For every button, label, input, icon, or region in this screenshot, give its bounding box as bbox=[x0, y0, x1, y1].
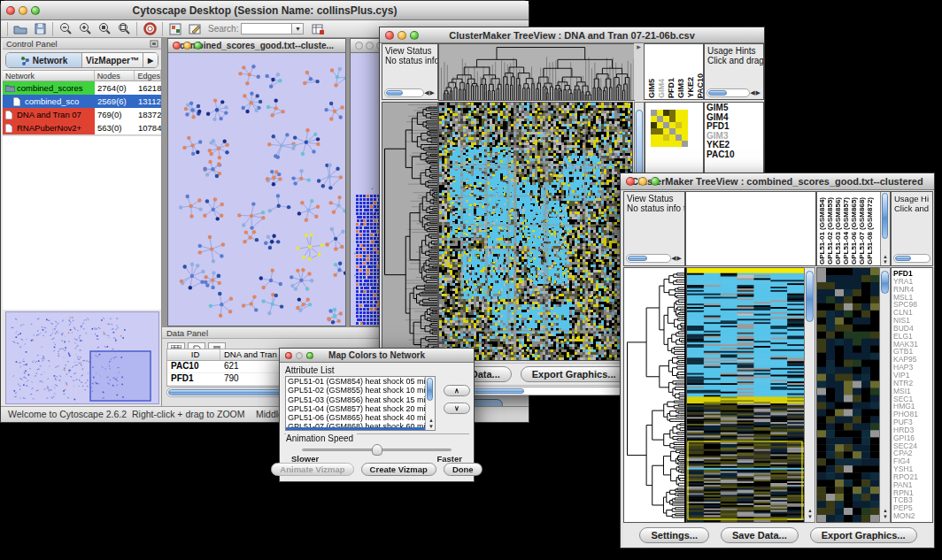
attribute-list-item[interactable]: GPL51-03 (GSM856) heat shock 15 min bbox=[286, 395, 435, 404]
move-down-button[interactable]: ∨ bbox=[444, 403, 470, 414]
dna-heatmap-canvas[interactable] bbox=[438, 102, 633, 361]
open-file-icon[interactable] bbox=[11, 21, 30, 36]
search-label: Search: bbox=[208, 24, 238, 34]
scroll-arrows-icon[interactable]: ◀▶ bbox=[424, 89, 436, 96]
birdseye-view-canvas[interactable] bbox=[5, 311, 159, 404]
view-status-hscrollbar[interactable]: ◀▶ bbox=[626, 253, 683, 263]
close-icon[interactable] bbox=[285, 352, 292, 359]
file-icon bbox=[13, 97, 23, 105]
network-frame-titlebar[interactable]: combined_scores_good.txt--cluste... bbox=[168, 39, 345, 53]
combined-column-dendrogram-area[interactable] bbox=[685, 191, 816, 266]
file-icon bbox=[5, 111, 15, 119]
scroll-arrows-icon[interactable]: ◀▶ bbox=[750, 89, 761, 96]
attribute-list-item[interactable]: GPL51-01 (GSM854) heat shock 05 min bbox=[286, 377, 435, 386]
column-labels-vscrollbar[interactable]: ▲▼ bbox=[880, 192, 890, 265]
column-label: GIM5 bbox=[647, 79, 656, 98]
zoom-out-icon[interactable] bbox=[56, 21, 75, 36]
column-header-id[interactable]: ID bbox=[167, 349, 220, 360]
dna-titlebar[interactable]: ClusterMaker TreeView : DNA and Tran 07-… bbox=[380, 27, 764, 43]
dialog-titlebar[interactable]: Map Colors to Network bbox=[280, 349, 474, 363]
attribute-list[interactable]: GPL51-01 (GSM854) heat shock 05 minGPL51… bbox=[285, 376, 436, 431]
network-view-frame: combined_scores_good.txt--cluste... bbox=[167, 38, 346, 326]
close-icon[interactable] bbox=[385, 31, 394, 40]
zoom-fit-icon[interactable] bbox=[114, 21, 134, 36]
scroll-arrows-icon[interactable]: ▲▼ bbox=[883, 508, 888, 520]
zoom-in-icon[interactable] bbox=[75, 21, 95, 36]
minimize-icon[interactable] bbox=[398, 31, 406, 40]
help-lifering-icon[interactable] bbox=[140, 21, 159, 36]
main-window-title: Cytoscape Desktop (Session Name: collins… bbox=[1, 4, 529, 17]
dna-row-dendrogram-canvas[interactable] bbox=[382, 102, 438, 361]
gene-labels-panel[interactable]: PFD1YRA1RNR4MSL1SPC98CLN1NIS1BUD4ELG1MAK… bbox=[891, 267, 933, 523]
column-label: GPL51-04 (GSM857) bbox=[842, 197, 850, 265]
close-icon[interactable] bbox=[173, 42, 181, 50]
annotation-icon[interactable] bbox=[185, 21, 205, 36]
scroll-arrows-icon[interactable]: ▲▼ bbox=[807, 508, 813, 520]
export-graphics-button[interactable]: Export Graphics... bbox=[521, 366, 628, 382]
tab-vizmapper[interactable]: VizMapper™ bbox=[82, 53, 143, 67]
scroll-down-icon[interactable]: ▼ bbox=[429, 424, 434, 429]
animation-speed-slider[interactable] bbox=[302, 449, 452, 451]
tab-overflow-arrow[interactable]: ▶ bbox=[143, 53, 158, 67]
minimize-icon[interactable] bbox=[183, 42, 191, 50]
view-status-hscrollbar[interactable]: ◀▶ bbox=[384, 88, 436, 97]
dna-column-labels-panel[interactable]: GIM5GIM4PFD1GIM3YKE2PAC10 bbox=[644, 43, 704, 100]
attribute-list-item[interactable]: GPL51-06 (GSM865) heat shock 40 min bbox=[286, 413, 435, 422]
window-controls[interactable] bbox=[6, 6, 40, 15]
gene-list-vscrollbar[interactable]: ▲▼ bbox=[879, 267, 891, 523]
zoom-window-icon[interactable] bbox=[306, 352, 313, 359]
scroll-up-icon[interactable]: ▲ bbox=[429, 418, 434, 423]
minimize-icon[interactable] bbox=[366, 42, 374, 50]
network-table-row[interactable]: DNA and Tran 07769(0)183728(0) bbox=[3, 108, 161, 121]
animate-vizmap-button[interactable]: Animate Vizmap bbox=[271, 463, 353, 476]
dna-column-dendrogram-canvas[interactable] bbox=[438, 43, 635, 101]
minimize-icon[interactable] bbox=[19, 6, 27, 15]
combined-global-heatmap-canvas[interactable] bbox=[816, 267, 880, 523]
column-label: GPL51-08 (GSM872) bbox=[866, 197, 874, 265]
zoom-window-icon[interactable] bbox=[410, 31, 419, 40]
network-table-row[interactable]: combined_sco2569(6)13112(15) bbox=[3, 95, 161, 108]
combined-titlebar[interactable]: ClusterMaker TreeView : combined_scores_… bbox=[621, 173, 934, 190]
table-import-icon[interactable] bbox=[308, 21, 328, 36]
combined-heatmap-vscrollbar[interactable]: ▲▼ bbox=[804, 267, 815, 523]
minimize-icon[interactable] bbox=[638, 177, 647, 186]
export-graphics-button[interactable]: Export Graphics... bbox=[810, 527, 917, 543]
minimize-icon[interactable] bbox=[296, 352, 303, 359]
move-up-button[interactable]: ∧ bbox=[444, 385, 470, 396]
dna-correlation-heatmap[interactable] bbox=[651, 110, 688, 147]
tab-network[interactable]: Network bbox=[6, 53, 82, 67]
attribute-list-item[interactable]: GPL51-04 (GSM857) heat shock 20 min bbox=[286, 404, 435, 413]
network-view-canvas[interactable] bbox=[168, 53, 345, 326]
search-input[interactable] bbox=[241, 23, 292, 35]
float-panel-icon[interactable] bbox=[150, 40, 158, 48]
usage-hints-hscrollbar[interactable]: ◀▶ bbox=[706, 88, 761, 97]
close-icon[interactable] bbox=[626, 177, 635, 186]
slider-thumb[interactable] bbox=[372, 444, 382, 456]
save-data-button[interactable]: Save Data... bbox=[721, 527, 799, 543]
combined-row-dendrogram-canvas[interactable] bbox=[623, 267, 686, 523]
network-table-header: Network Nodes Edges bbox=[3, 70, 161, 81]
done-button[interactable]: Done bbox=[444, 463, 483, 476]
combined-heatmap-canvas[interactable] bbox=[686, 267, 805, 523]
main-titlebar[interactable]: Cytoscape Desktop (Session Name: collins… bbox=[1, 1, 529, 20]
close-icon[interactable] bbox=[355, 42, 363, 50]
network-table-row[interactable]: RNAPuberNov2+563(0)107847(0) bbox=[3, 121, 161, 134]
settings-button[interactable]: Settings... bbox=[639, 527, 709, 543]
network-table-row[interactable]: combined_scores2764(0)16218(0) bbox=[3, 81, 161, 95]
scroll-arrows-icon[interactable]: ▲▼ bbox=[883, 254, 888, 265]
search-area: Search: ▼ bbox=[208, 23, 304, 35]
combined-column-labels-panel[interactable]: GPL51-01 (GSM854)GPL51-02 (GSM855)GPL51-… bbox=[816, 191, 891, 266]
attribute-list-item[interactable]: GPL51-02 (GSM855) heat shock 10 min bbox=[286, 386, 435, 395]
save-icon[interactable] bbox=[30, 21, 50, 36]
close-icon[interactable] bbox=[6, 6, 15, 15]
attribute-list-vscrollbar[interactable]: ▲ ▼ bbox=[425, 377, 435, 430]
usage-hints-hscrollbar[interactable] bbox=[893, 253, 930, 263]
search-dropdown-icon[interactable]: ▼ bbox=[292, 23, 304, 35]
scroll-arrows-icon[interactable]: ◀▶ bbox=[671, 255, 683, 262]
zoom-window-icon[interactable] bbox=[194, 42, 202, 50]
create-vizmap-button[interactable]: Create Vizmap bbox=[361, 463, 436, 476]
zoom-window-icon[interactable] bbox=[651, 177, 660, 186]
zoom-selected-icon[interactable] bbox=[95, 21, 114, 36]
zoom-window-icon[interactable] bbox=[31, 6, 40, 15]
vizmapper-icon[interactable] bbox=[166, 21, 185, 36]
